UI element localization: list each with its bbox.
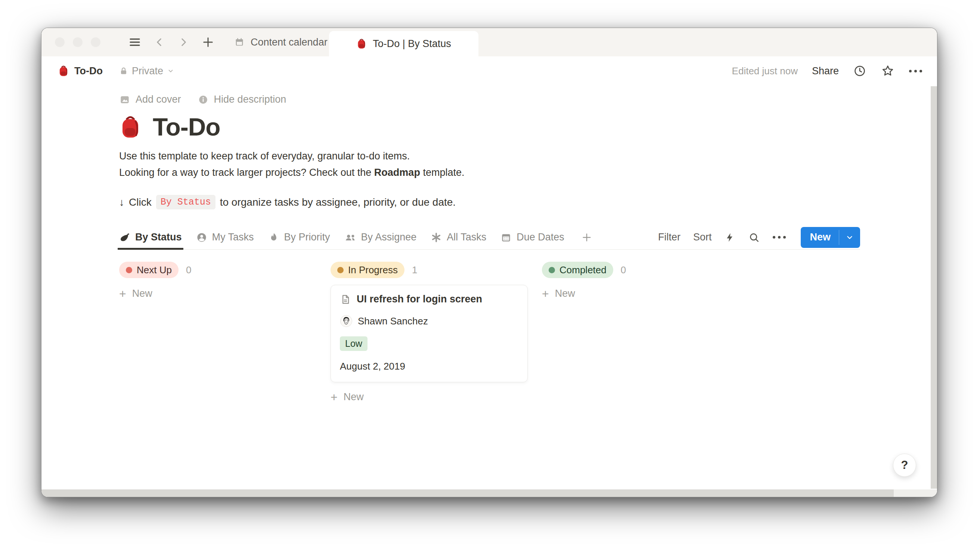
view-tab-by-status[interactable]: By Status (119, 225, 182, 249)
minimize-window-button[interactable] (73, 37, 83, 47)
status-badge: Next Up (119, 262, 178, 278)
page-description[interactable]: Use this template to keep track of every… (119, 148, 937, 181)
due-date[interactable]: August 2, 2019 (340, 361, 518, 372)
share-button[interactable]: Share (812, 65, 839, 77)
add-cover-button[interactable]: Add cover (119, 94, 181, 105)
back-icon[interactable] (153, 36, 166, 48)
add-card-button[interactable]: + New (119, 288, 316, 299)
sidebar-menu-icon[interactable] (128, 35, 142, 49)
callout-line: ↓ Click By Status to organize tasks by a… (119, 195, 937, 209)
column-header[interactable]: In Progress 1 (330, 262, 528, 278)
toolbar-actions: Filter Sort New (658, 227, 860, 248)
title-row: To-Do (119, 113, 937, 141)
status-label: In Progress (348, 264, 398, 276)
chevron-down-icon[interactable] (839, 227, 860, 248)
privacy-control[interactable]: Private (119, 65, 174, 77)
plus-icon: + (119, 289, 126, 299)
view-toolbar: By Status My Tasks By Priority (119, 225, 860, 250)
card-assignee-row[interactable]: Shawn Sanchez (340, 315, 518, 327)
backpack-icon (58, 65, 69, 77)
priority-tag[interactable]: Low (340, 336, 368, 351)
filter-button[interactable]: Filter (658, 231, 680, 243)
column-header[interactable]: Completed 0 (542, 262, 739, 278)
view-tab-by-priority[interactable]: By Priority (268, 225, 330, 249)
forward-icon[interactable] (177, 36, 190, 48)
add-card-button[interactable]: + New (542, 288, 739, 299)
board-column-completed: Completed 0 + New (542, 262, 739, 403)
add-card-label: New (132, 288, 152, 299)
view-tab-label: By Assignee (361, 231, 417, 243)
vertical-scrollbar[interactable] (931, 86, 937, 489)
column-count: 1 (412, 264, 417, 276)
chevron-down-icon (167, 67, 174, 75)
board-column-in-progress: In Progress 1 UI refresh for login scree… (330, 262, 528, 403)
view-tab-due-dates[interactable]: Due Dates (500, 225, 564, 249)
tab-todo-by-status[interactable]: To-Do | By Status (329, 31, 478, 56)
view-tab-label: By Status (135, 231, 182, 243)
more-options-icon[interactable] (909, 70, 922, 72)
callout-text: Click (129, 196, 151, 208)
backpack-icon (356, 38, 367, 49)
calendar-icon (500, 232, 512, 243)
tab-label: Content calendar (250, 37, 328, 48)
calendar-icon (234, 37, 245, 48)
status-badge: Completed (542, 262, 613, 278)
notion-window: Content calendar To-Do | By Status (41, 28, 937, 497)
view-tab-all-tasks[interactable]: All Tasks (430, 225, 486, 249)
task-card[interactable]: UI refresh for login screen Shawn Sanche… (330, 285, 528, 382)
search-icon[interactable] (748, 231, 760, 244)
by-status-code-chip[interactable]: By Status (156, 195, 215, 209)
add-view-icon[interactable] (581, 231, 593, 244)
page-header: To-Do Private Edited just now Share (41, 56, 937, 86)
backpack-icon[interactable] (119, 115, 142, 139)
page-controls: Add cover Hide description (119, 94, 937, 105)
close-window-button[interactable] (55, 37, 65, 47)
page-document-icon (340, 294, 351, 305)
flame-icon (268, 232, 279, 243)
horizontal-scrollbar-track[interactable] (41, 489, 937, 497)
breadcrumb[interactable]: To-Do Private (58, 65, 174, 77)
info-icon (198, 94, 209, 105)
new-button-label[interactable]: New (801, 227, 839, 248)
view-options-icon[interactable] (773, 236, 786, 239)
board-column-next-up: Next Up 0 + New (119, 262, 316, 403)
help-button[interactable]: ? (893, 454, 916, 477)
sort-button[interactable]: Sort (693, 231, 712, 243)
card-title-row[interactable]: UI refresh for login screen (340, 293, 518, 305)
add-cover-label: Add cover (135, 94, 181, 105)
down-arrow-glyph: ↓ (119, 196, 124, 208)
hide-description-button[interactable]: Hide description (198, 94, 287, 105)
view-tab-label: My Tasks (212, 231, 254, 243)
status-dot (126, 267, 132, 273)
zoom-window-button[interactable] (91, 37, 100, 47)
page-body: Add cover Hide description (41, 86, 937, 497)
callout-text: to organize tasks by assignee, priority,… (220, 196, 456, 208)
column-header[interactable]: Next Up 0 (119, 262, 316, 278)
history-clock-icon[interactable] (853, 64, 867, 78)
new-button[interactable]: New (801, 227, 860, 248)
header-actions: Edited just now Share (732, 64, 922, 78)
favorite-star-icon[interactable] (881, 64, 895, 78)
asterisk-icon (430, 232, 442, 243)
people-icon (344, 232, 356, 243)
tab-content-calendar[interactable]: Content calendar (234, 37, 328, 48)
page-title[interactable]: To-Do (153, 113, 220, 141)
traffic-lights (55, 37, 100, 47)
new-tab-icon[interactable] (201, 35, 215, 49)
card-title: UI refresh for login screen (357, 293, 482, 305)
person-circle-icon (196, 232, 207, 243)
view-tab-by-assignee[interactable]: By Assignee (344, 225, 417, 249)
add-card-button[interactable]: + New (330, 391, 528, 403)
assignee-name: Shawn Sanchez (358, 315, 428, 327)
horizontal-scrollbar-thumb[interactable] (41, 489, 894, 497)
add-card-label: New (555, 288, 575, 299)
view-tab-label: Due Dates (516, 231, 564, 243)
status-label: Completed (559, 264, 607, 276)
view-tab-my-tasks[interactable]: My Tasks (196, 225, 254, 249)
automation-lightning-icon[interactable] (724, 232, 735, 243)
image-icon (119, 94, 130, 105)
board-view-icon (119, 232, 130, 243)
status-dot (549, 267, 555, 273)
view-tabs: By Status My Tasks By Priority (119, 225, 593, 249)
add-card-label: New (344, 391, 364, 403)
